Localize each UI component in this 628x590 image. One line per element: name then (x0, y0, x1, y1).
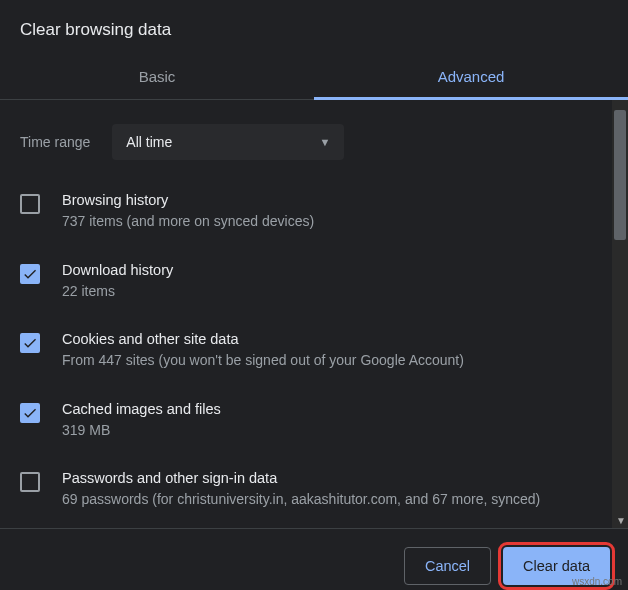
scroll-down-icon[interactable]: ▼ (616, 515, 626, 526)
option-title: Passwords and other sign-in data (62, 470, 540, 486)
scroll-thumb[interactable] (614, 110, 626, 240)
option-sub: 319 MB (62, 421, 221, 441)
option-download-history: Download history 22 items (20, 250, 592, 320)
option-title: Download history (62, 262, 173, 278)
content: Time range All time ▼ Browsing history 7… (0, 100, 612, 528)
option-browsing-history: Browsing history 737 items (and more on … (20, 180, 592, 250)
time-range-select[interactable]: All time ▼ (112, 124, 344, 160)
dialog-title: Clear browsing data (0, 0, 628, 54)
time-range-value: All time (126, 134, 172, 150)
option-cached: Cached images and files 319 MB (20, 389, 592, 459)
tab-advanced[interactable]: Advanced (314, 54, 628, 100)
option-cookies: Cookies and other site data From 447 sit… (20, 319, 592, 389)
checkbox-download-history[interactable] (20, 264, 40, 284)
check-icon (22, 405, 38, 421)
option-passwords: Passwords and other sign-in data 69 pass… (20, 458, 592, 528)
checkbox-browsing-history[interactable] (20, 194, 40, 214)
check-icon (22, 335, 38, 351)
watermark: wsxdn.com (572, 576, 622, 587)
option-sub: From 447 sites (you won't be signed out … (62, 351, 464, 371)
option-sub: 69 passwords (for christuniversity.in, a… (62, 490, 540, 510)
tabs: Basic Advanced (0, 54, 628, 100)
checkbox-passwords[interactable] (20, 472, 40, 492)
check-icon (22, 266, 38, 282)
scrollbar[interactable]: ▼ (612, 100, 628, 528)
time-range-label: Time range (20, 134, 90, 150)
option-title: Cached images and files (62, 401, 221, 417)
time-range-row: Time range All time ▼ (20, 110, 592, 180)
checkbox-cookies[interactable] (20, 333, 40, 353)
chevron-down-icon: ▼ (319, 136, 330, 148)
checkbox-cached[interactable] (20, 403, 40, 423)
option-sub: 22 items (62, 282, 173, 302)
footer: Cancel Clear data (0, 529, 628, 590)
tab-basic[interactable]: Basic (0, 54, 314, 99)
clear-browsing-data-dialog: Clear browsing data Basic Advanced Time … (0, 0, 628, 590)
cancel-button[interactable]: Cancel (404, 547, 491, 585)
option-title: Browsing history (62, 192, 314, 208)
option-title: Cookies and other site data (62, 331, 464, 347)
content-wrap: Time range All time ▼ Browsing history 7… (0, 100, 628, 529)
option-sub: 737 items (and more on synced devices) (62, 212, 314, 232)
